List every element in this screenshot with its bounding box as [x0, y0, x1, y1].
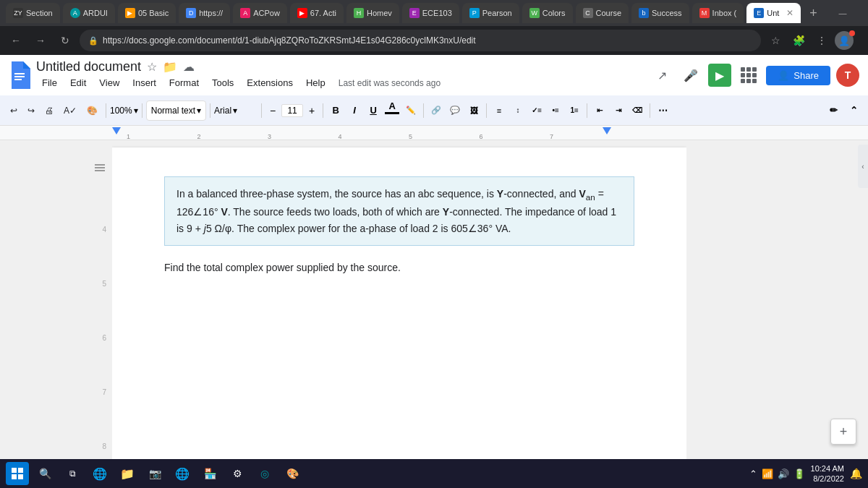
menu-edit[interactable]: Edit — [64, 74, 92, 91]
task-view-button[interactable]: ⧉ — [61, 462, 84, 485]
tab-https[interactable]: D https:// — [179, 3, 230, 23]
tab-success[interactable]: b Success — [631, 3, 689, 23]
sidebar-toggle[interactable]: ‹ — [858, 145, 868, 188]
highlight-button[interactable]: ✏️ — [402, 102, 420, 119]
extensions-icon[interactable]: 🧩 — [788, 30, 809, 51]
menu-extensions[interactable]: Extensions — [241, 74, 299, 91]
underline-button[interactable]: U — [365, 102, 382, 119]
forward-button[interactable]: → — [30, 30, 51, 51]
back-button[interactable]: ← — [6, 30, 26, 51]
arduino-icon: ◎ — [260, 468, 269, 479]
font-size-decrease[interactable]: − — [265, 103, 280, 118]
battery-icon[interactable]: 🔋 — [793, 468, 805, 479]
tab-pearson[interactable]: P Pearson — [462, 3, 519, 23]
spellcheck-button[interactable]: A✓ — [59, 100, 81, 121]
font-color-button[interactable]: A — [383, 100, 401, 121]
menu-file[interactable]: File — [36, 74, 63, 91]
maximize-button[interactable]: □ — [859, 0, 868, 26]
checklist-button[interactable]: ✓≡ — [528, 102, 545, 119]
clock[interactable]: 10:24 AM 8/2/2022 — [811, 463, 844, 484]
menu-insert[interactable]: Insert — [127, 74, 162, 91]
clear-format-button[interactable]: ⌫ — [629, 102, 646, 119]
google-meet-btn[interactable]: ▶ — [708, 64, 731, 87]
search-taskbar-button[interactable]: 🔍 — [33, 462, 56, 485]
bookmark-icon[interactable]: ☆ — [765, 30, 786, 51]
folder-icon[interactable]: 📁 — [163, 60, 177, 74]
edit-pencil-button[interactable]: ✏ — [825, 102, 842, 119]
decrease-indent-button[interactable]: ⇤ — [591, 102, 608, 119]
style-dropdown[interactable]: Normal text ▾ — [146, 100, 206, 121]
volume-icon[interactable]: 🔊 — [778, 468, 789, 479]
chrome-taskbar-button[interactable]: 🌐 — [171, 462, 194, 485]
numbered-list-button[interactable]: 1≡ — [566, 102, 583, 119]
apps-button[interactable]: ⚙ — [226, 462, 249, 485]
wifi-icon[interactable]: 📶 — [762, 468, 773, 479]
windows-store-button[interactable]: 🏪 — [198, 462, 221, 485]
line-spacing-button[interactable]: ↕ — [509, 102, 527, 119]
refresh-button[interactable]: ↻ — [55, 30, 75, 51]
menu-view[interactable]: View — [93, 74, 125, 91]
tab-colors[interactable]: W Colors — [522, 3, 573, 23]
cloud-sync-icon[interactable]: ☁ — [183, 60, 195, 74]
move-icon-btn[interactable]: ↗ — [650, 64, 673, 87]
redo-button[interactable]: ↪ — [23, 100, 39, 121]
menu-tools[interactable]: Tools — [206, 74, 239, 91]
tab-ece103[interactable]: E ECE103 — [402, 3, 459, 23]
file-explorer-button[interactable]: 📁 — [116, 462, 139, 485]
menu-help[interactable]: Help — [300, 74, 331, 91]
print-button[interactable]: 🖨 — [41, 100, 58, 121]
font-size-increase[interactable]: + — [305, 103, 319, 118]
minimize-button[interactable]: — — [826, 0, 859, 26]
comment-button[interactable]: 💬 — [446, 102, 464, 119]
right-indent-marker[interactable] — [603, 127, 611, 134]
font-dropdown[interactable]: Arial ▾ — [214, 100, 258, 121]
google-apps-button[interactable] — [737, 64, 760, 87]
star-icon[interactable]: ☆ — [147, 60, 157, 74]
align-button[interactable]: ≡ — [490, 102, 508, 119]
doc-title: Untitled document — [36, 59, 141, 74]
expand-button[interactable]: ⌃ — [845, 102, 862, 119]
chevron-up-icon[interactable]: ⌃ — [749, 468, 757, 479]
menu-format[interactable]: Format — [163, 74, 205, 91]
tab-acpow[interactable]: A ACPow — [233, 3, 287, 23]
tab-favicon-youtube: ▶ — [297, 8, 307, 18]
edge-taskbar-button[interactable]: 🌐 — [88, 462, 111, 485]
tab-section[interactable]: ZY Section — [6, 3, 60, 23]
tab-ardui[interactable]: A ARDUI — [63, 3, 115, 23]
font-size-input[interactable] — [281, 104, 303, 117]
notification-icon[interactable]: 🔔 — [850, 468, 862, 479]
floating-action-button[interactable]: + — [830, 419, 856, 445]
paintformat-button[interactable]: 🎨 — [82, 100, 102, 121]
image-button[interactable]: 🖼 — [465, 102, 482, 119]
camera-button[interactable]: 📷 — [143, 462, 166, 485]
start-button[interactable] — [6, 462, 29, 485]
italic-button[interactable]: I — [346, 102, 363, 119]
share-button[interactable]: 👤 Share — [766, 66, 830, 85]
tab-close-icon[interactable]: ✕ — [786, 8, 793, 18]
svg-rect-4 — [18, 468, 23, 473]
tab-course[interactable]: C Course — [576, 3, 629, 23]
color-picker-button[interactable]: 🎨 — [281, 462, 304, 485]
address-box[interactable]: 🔒 https://docs.google.com/document/d/1-d… — [80, 30, 761, 51]
tab-inbox[interactable]: M Inbox ( — [692, 3, 744, 23]
tab-67acti[interactable]: ▶ 67. Acti — [290, 3, 344, 23]
tab-untitled[interactable]: E Unt ✕ — [746, 3, 801, 23]
user-avatar[interactable]: T — [836, 64, 859, 87]
link-button[interactable]: 🔗 — [427, 102, 445, 119]
tab-homev[interactable]: H Homev — [346, 3, 399, 23]
problem-box: In a balanced three-phase system, the so… — [164, 176, 634, 246]
more-icon[interactable]: ⋮ — [812, 30, 832, 51]
google-apps-grid-icon — [741, 67, 757, 83]
zoom-control[interactable]: 100% ▾ — [110, 106, 138, 116]
increase-indent-button[interactable]: ⇥ — [610, 102, 627, 119]
arduino-taskbar-button[interactable]: ◎ — [253, 462, 276, 485]
task-view-icon: ⧉ — [69, 468, 76, 479]
address-bar-row: ← → ↻ 🔒 https://docs.google.com/document… — [0, 26, 868, 55]
bold-button[interactable]: B — [327, 102, 344, 119]
voice-icon-btn[interactable]: 🎤 — [679, 64, 702, 87]
bullets-button[interactable]: •≡ — [547, 102, 564, 119]
new-tab-button[interactable]: + — [804, 3, 823, 24]
tab-05basic[interactable]: ▶ 05 Basic — [118, 3, 176, 23]
more-options-button[interactable]: ⋯ — [654, 102, 671, 119]
undo-button[interactable]: ↩ — [6, 100, 22, 121]
